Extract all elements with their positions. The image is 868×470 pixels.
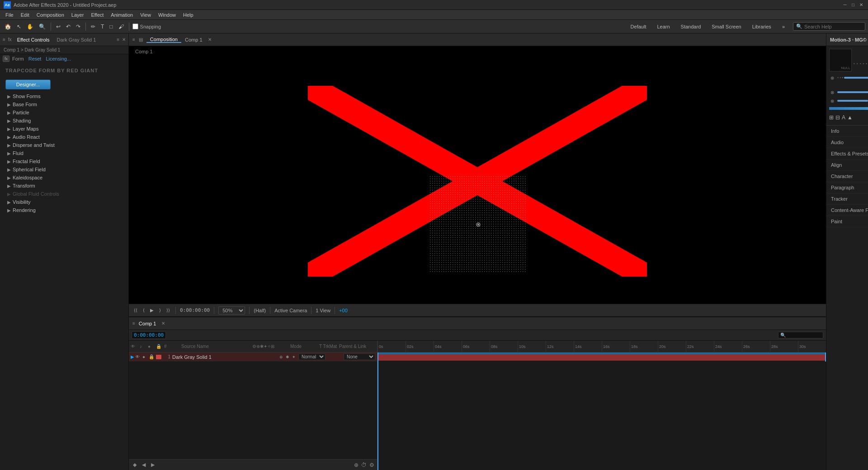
layer-switch-3[interactable]: ✦ [292,355,298,359]
effect-show-forms[interactable]: ▶Show Forms [0,92,128,100]
step-forward-button[interactable]: ⟩ [158,307,162,313]
rpanel-character[interactable]: Character [826,171,868,182]
pen-tool[interactable]: ✏ [89,21,97,32]
layer-switch-2[interactable]: ✱ [286,355,292,359]
tl-status-icon-1[interactable]: ⊕ [354,462,359,468]
project-tab[interactable]: ≡ [3,37,5,42]
playhead[interactable] [377,352,378,470]
frame-back-button[interactable]: ⟨⟨ [132,307,139,313]
search-timeline-input[interactable] [778,332,823,338]
workspace-default[interactable]: Default [628,23,649,30]
tl-prev-keyframe[interactable]: ◀ [141,461,147,468]
text-tool[interactable]: T [99,21,106,32]
effect-spherical-field[interactable]: ▶Spherical Field [0,165,128,174]
slider-3[interactable] [837,100,868,102]
hand-tool[interactable]: ✋ [25,21,35,32]
zoom-select[interactable]: 50% 100% 25% [218,306,245,315]
reset-link[interactable]: Reset [28,56,42,61]
minimize-button[interactable]: ─ [842,2,848,8]
menu-help[interactable]: Help [179,10,197,20]
composition-tab[interactable]: Composition [146,37,181,43]
layer-vis-toggle[interactable]: 👁 [135,354,142,359]
workspace-libraries[interactable]: Libraries [750,23,774,30]
timeline-tab-close[interactable]: ✕ [161,321,165,326]
menu-edit[interactable]: Edit [17,10,33,20]
timeline-panel-icon[interactable]: ≡ [132,321,135,326]
undo-button[interactable]: ↶ [64,21,72,32]
zoom-tool[interactable]: 🔍 [37,21,47,32]
licensing-link[interactable]: Licensing... [46,56,71,61]
maximize-button[interactable]: □ [850,2,856,8]
snapping-checkbox[interactable] [132,24,138,29]
comp-view[interactable]: Comp 1 [129,46,826,316]
slider-1[interactable] [844,77,868,79]
menu-layer[interactable]: Layer [68,10,88,20]
rpanel-info[interactable]: Info [826,126,868,137]
rpanel-effects-presets[interactable]: Effects & Presets [826,148,868,160]
effect-layer-maps[interactable]: ▶Layer Maps [0,125,128,133]
effect-disperse-twist[interactable]: ▶Disperse and Twist [0,141,128,149]
current-time-display[interactable]: 0:00:00:00 [132,331,166,339]
effect-fluid[interactable]: ▶Fluid [0,149,128,157]
layer-solo-toggle[interactable]: ● [142,354,149,359]
menu-effect[interactable]: Effect [87,10,107,20]
layer-switch-1[interactable]: ⊕ [279,355,286,359]
icon-up[interactable]: ▲ [847,114,853,121]
tl-status-icon-3[interactable]: ⚙ [369,462,374,468]
menu-view[interactable]: View [137,10,155,20]
close-button[interactable]: ✕ [858,2,864,8]
rpanel-align[interactable]: Align [826,160,868,171]
effect-transform[interactable]: ▶Transform [0,182,128,190]
comp-panel-icon[interactable]: ≡ [132,37,135,42]
timeline-tab[interactable]: Comp 1 [139,321,156,326]
rpanel-paragraph[interactable]: Paragraph [826,182,868,193]
effect-fractal-field[interactable]: ▶Fractal Field [0,157,128,165]
rpanel-tracker[interactable]: Tracker [826,193,868,205]
slider-2[interactable] [837,91,868,93]
layer-lock-toggle[interactable]: 🔒 [149,354,155,359]
menu-file[interactable]: File [2,10,17,20]
workspace-learn[interactable]: Learn [654,23,672,30]
effect-visibility[interactable]: ▶Visibility [0,198,128,206]
tl-next-keyframe[interactable]: ▶ [150,461,156,468]
frame-forward-button[interactable]: ⟩⟩ [165,307,171,313]
effect-particle[interactable]: ▶Particle [0,108,128,117]
panel-close-icon[interactable]: ✕ [122,37,126,42]
layer-parent-select[interactable]: None [344,353,375,360]
rpanel-audio[interactable]: Audio [826,137,868,148]
rotate-tool[interactable]: ↩ [54,21,62,32]
menu-window[interactable]: Window [155,10,179,20]
step-back-button[interactable]: ⟨ [142,307,146,313]
tl-status-icon-2[interactable]: ⏱ [361,462,367,468]
effect-rendering[interactable]: ▶Rendering [0,206,128,214]
effect-controls-tab[interactable]: Effect Controls [14,37,52,42]
tl-add-keyframe[interactable]: ◆ [132,461,138,468]
effect-base-form[interactable]: ▶Base Form [0,100,128,108]
comp-header: ≡ ▤ Composition Comp 1 ✕ [129,33,826,46]
effect-kaleidospace[interactable]: ▶Kaleidospace [0,174,128,182]
effect-shading[interactable]: ▶Shading [0,117,128,125]
panel-menu-icon[interactable]: ≡ [117,37,119,42]
workspace-standard[interactable]: Standard [678,23,704,30]
menu-animation[interactable]: Animation [107,10,137,20]
redo-button[interactable]: ↷ [74,21,82,32]
workspace-more[interactable]: » [779,23,788,30]
icon-align[interactable]: ⊞ [829,114,834,121]
rpanel-content-aware[interactable]: Content-Aware Fill [826,205,868,216]
layer-expand-arrow[interactable]: ▶ [131,354,134,359]
shape-tool[interactable]: □ [108,21,114,32]
move-tool[interactable]: ↖ [15,21,23,32]
layer-mode-select[interactable]: Normal Add Multiply [298,353,326,360]
new-project-button[interactable]: 🏠 [3,21,13,32]
play-button[interactable]: ▶ [149,307,155,313]
icon-transform[interactable]: A [842,114,845,121]
search-help-input[interactable] [804,24,859,29]
effect-audio-react[interactable]: ▶Audio React [0,133,128,141]
comp-tab-close[interactable]: ✕ [208,37,212,42]
menu-composition[interactable]: Composition [33,10,68,20]
designer-button[interactable]: Designer... [5,80,51,89]
workspace-small-screen[interactable]: Small Screen [709,23,744,30]
rpanel-paint[interactable]: Paint [826,216,868,227]
paint-tool[interactable]: 🖌 [117,21,126,32]
icon-distribute[interactable]: ⊟ [835,114,840,121]
